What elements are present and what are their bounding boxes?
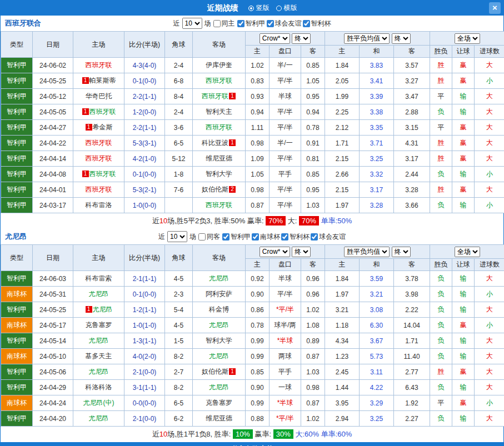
league-filter-checkbox[interactable] — [222, 233, 229, 240]
league-filter-checkbox[interactable] — [267, 20, 274, 27]
match-row: 智利甲24-04-20尤尼昂2-1(0-0)6-2维尼亚德0.88*平/半1.0… — [1, 411, 504, 427]
asia-final-select[interactable]: 终 — [292, 247, 311, 257]
asia-odds-group-header: Crow* 终 — [246, 245, 325, 259]
team-name: 西班牙联 — [89, 108, 116, 116]
summary-part: 70% — [299, 216, 319, 225]
team-section-spain: 西班牙联合 近 10 场 同主 智利甲球会友谊智利杯 类型 — [1, 16, 503, 229]
team-name: 帕莱斯蒂 — [89, 77, 116, 84]
red-card-badge: 1 — [86, 306, 92, 313]
scope-select[interactable]: 全场 — [455, 33, 480, 44]
europe-away-odds-cell: 4.31 — [394, 136, 430, 151]
team-name: 尤尼昂 — [89, 368, 109, 375]
footer-bar[interactable]: 联赛盘路走势 — [1, 442, 503, 446]
league-filter-group: 智利甲南球杯智利杯球会友谊 — [222, 232, 346, 242]
europe-home-odds-cell: 1.23 — [325, 349, 360, 364]
league-filter[interactable]: 智利甲 — [237, 19, 266, 28]
europe-draw-odds-cell: 3.38 — [360, 104, 394, 120]
league-filter[interactable]: 球会友谊 — [267, 19, 302, 28]
asia-away-odds-cell: 0.98 — [301, 380, 325, 395]
league-filter-checkbox[interactable] — [252, 233, 259, 240]
summary-part: 10 — [159, 430, 167, 438]
league-filter[interactable]: 智利甲 — [222, 232, 251, 242]
league-filter-checkbox[interactable] — [281, 233, 288, 240]
europe-avg-select[interactable]: 胜平负均值 — [344, 33, 390, 44]
same-venue-checkbox[interactable] — [198, 233, 206, 240]
team-name: 伊库伊奎 — [206, 61, 232, 69]
score-cell: 0-0(0-0) — [124, 395, 165, 411]
scope-select[interactable]: 全场 — [455, 247, 480, 257]
asia-home-odds-cell: 0.99 — [246, 349, 270, 364]
league-filter-checkbox[interactable] — [303, 20, 310, 27]
games-count-select[interactable]: 10 — [167, 231, 187, 242]
league-filter[interactable]: 南球杯 — [252, 232, 280, 242]
europe-away-odds-cell: 14.04 — [394, 318, 430, 333]
europe-away-odds-cell: 3.57 — [394, 58, 430, 73]
europe-avg-select[interactable]: 胜平负均值 — [344, 247, 390, 257]
asia-handicap-cell: 平/半 — [270, 151, 301, 167]
league-type-cell: 智利甲 — [1, 364, 33, 380]
corner-cell: 2-4 — [165, 104, 193, 120]
layout-radio-option[interactable]: 横版 — [276, 3, 297, 13]
col-europe-draw: 和 — [360, 46, 394, 58]
same-venue-checkbox[interactable] — [213, 20, 221, 27]
red-card-badge: 1 — [82, 171, 89, 177]
col-europe-away: 客 — [394, 46, 430, 58]
match-row: 智利甲24-05-051西班牙联1-2(0-0)2-4智利天主0.94平/半0.… — [1, 104, 504, 120]
layout-radio-selected[interactable]: 竖版 — [248, 3, 270, 13]
league-filter[interactable]: 智利杯 — [281, 232, 310, 242]
corner-cell: 2-3 — [165, 287, 193, 302]
score-cell: 1-3(1-1) — [124, 333, 165, 349]
score-cell: 2-1(1-1) — [124, 271, 165, 287]
match-date-cell: 24-04-01 — [33, 182, 73, 198]
team-name: 智利大学 — [206, 170, 232, 178]
league-filter-checkbox[interactable] — [311, 233, 318, 240]
col-corner: 角球 — [165, 32, 193, 58]
team-name: 西班牙联 — [206, 77, 232, 84]
asia-final-select[interactable]: 终 — [292, 33, 311, 44]
winloss-result-cell: 平 — [430, 120, 452, 136]
filter-bar: 近 10 场 同客 智利甲南球杯智利杯球会友谊 — [158, 231, 346, 242]
match-row: 南球杯24-05-17克鲁塞罗1-0(1-0)4-5尤尼昂0.78球半/两1.0… — [1, 318, 504, 333]
away-team-cell: 尤尼昂 — [193, 271, 246, 287]
team-name: 尤尼昂 — [209, 352, 229, 360]
col-type: 类型 — [1, 245, 33, 271]
col-europe-home: 主 — [325, 46, 360, 58]
europe-draw-odds-cell: 3.32 — [360, 167, 394, 182]
league-filter-checkbox[interactable] — [237, 20, 244, 27]
games-label: 场 — [204, 19, 211, 28]
near-label: 近 — [173, 19, 180, 28]
league-type-cell: 智利甲 — [1, 182, 33, 198]
asia-away-odds-cell: 0.96 — [301, 271, 325, 287]
corner-cell: 6-8 — [165, 73, 193, 89]
same-venue-filter[interactable]: 同主 — [213, 19, 235, 28]
league-filter[interactable]: 智利杯 — [303, 19, 331, 28]
europe-away-odds-cell: 3.47 — [394, 89, 430, 104]
col-asia-home: 主 — [246, 259, 270, 271]
bookmaker-select[interactable]: Crow* — [260, 247, 290, 257]
league-filter[interactable]: 球会友谊 — [311, 232, 346, 242]
handicap-result-cell: 输 — [452, 104, 475, 120]
corner-cell — [165, 198, 193, 213]
same-venue-filter[interactable]: 同客 — [198, 232, 220, 242]
europe-draw-odds-cell: 3.25 — [360, 151, 394, 167]
league-type-cell: 南球杯 — [1, 287, 33, 302]
summary-part: 30% — [273, 429, 293, 439]
home-team-cell: 1西班牙联 — [73, 104, 124, 120]
winloss-result-cell: 负 — [430, 271, 452, 287]
filter-bar: 近 10 场 同主 智利甲球会友谊智利杯 — [173, 18, 331, 29]
winloss-result-cell: 胜 — [430, 364, 452, 380]
league-filter-label: 球会友谊 — [319, 232, 346, 242]
col-corner: 角球 — [165, 245, 193, 271]
bookmaker-select[interactable]: Crow* — [260, 33, 290, 44]
games-count-select[interactable]: 10 — [182, 18, 202, 29]
winloss-result-cell: 负 — [430, 198, 452, 213]
europe-final-select[interactable]: 终 — [392, 33, 411, 44]
corner-cell: 8-2 — [165, 349, 193, 364]
col-goals-result: 进球数 — [475, 46, 504, 58]
europe-final-select[interactable]: 终 — [392, 247, 411, 257]
corner-cell: 1-8 — [165, 167, 193, 182]
goals-result-cell: 大 — [475, 58, 504, 73]
close-button[interactable]: × — [489, 2, 501, 14]
europe-draw-odds-cell: 4.22 — [360, 380, 394, 395]
home-team-cell: 西班牙联 — [73, 58, 124, 73]
